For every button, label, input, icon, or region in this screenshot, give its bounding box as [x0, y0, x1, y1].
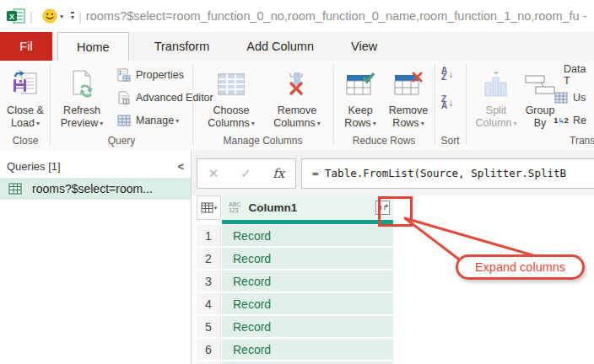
remove-columns-label-line2: Columns	[273, 117, 315, 129]
split-column-button[interactable]: Split Column▾	[472, 64, 520, 130]
sort-za-letters: ZA	[441, 96, 447, 110]
table-row-cell[interactable]: Record	[222, 248, 393, 269]
data-type-button[interactable]: Data T	[564, 66, 594, 84]
dropdown-caret: ▾	[36, 120, 40, 127]
keep-rows-label-line2: Rows	[344, 117, 370, 129]
column-header-column1[interactable]: ABC123 Column1 ↰↱	[222, 195, 393, 220]
query-name: rooms?$select=room...	[32, 182, 153, 195]
window-title: rooms?$select=room_function_0_no,room_fu…	[86, 9, 594, 23]
remove-columns-button[interactable]: Remove Columns▾	[265, 64, 329, 130]
keep-rows-label-line1: Keep	[348, 104, 372, 116]
group-label-sort: Sort	[435, 135, 466, 147]
group-separator	[333, 64, 334, 145]
sort-descending-button[interactable]: ZA ↓	[441, 96, 453, 110]
corner-dropdown-caret: ▾	[214, 205, 218, 211]
properties-button[interactable]: Properties	[116, 66, 184, 84]
advanced-editor-button[interactable]: Advanced Editor	[116, 88, 213, 107]
use-first-row-icon	[554, 92, 568, 104]
group-label-transform: Trans	[570, 135, 594, 147]
smiley-dropdown-caret[interactable]: ▾	[60, 13, 63, 20]
formula-input[interactable]: = Table.FromList(Source, Splitter.SplitB	[301, 158, 594, 189]
row-number[interactable]: 1	[197, 225, 221, 246]
choose-columns-button[interactable]: Choose Columns▾	[201, 64, 262, 130]
annotation-callout-text: Expand columns	[475, 260, 565, 274]
dropdown-caret: ▾	[514, 120, 517, 127]
sort-down-arrow-icon: ↓	[448, 71, 453, 78]
group-label-query: Query	[51, 135, 192, 147]
collapse-pane-chevron-icon[interactable]: <	[177, 160, 184, 173]
group-separator	[50, 64, 51, 145]
manage-label: Manage	[136, 115, 174, 126]
data-type-label: Data T	[564, 63, 594, 87]
choose-columns-label-line2: Columns	[208, 117, 249, 129]
row-number[interactable]: 3	[197, 270, 221, 292]
manage-button[interactable]: Manage ▾	[116, 111, 179, 130]
remove-rows-button[interactable]: Remove Rows▾	[385, 64, 432, 130]
group-label-reduce-rows: Reduce Rows	[333, 135, 435, 147]
excel-logo-icon: X	[7, 8, 25, 24]
remove-columns-icon	[284, 72, 310, 97]
split-column-label-line2: Column	[475, 117, 511, 129]
refresh-label-line1: Refresh	[63, 104, 100, 116]
sort-down-arrow-icon: ↓	[448, 99, 453, 106]
refresh-preview-button[interactable]: Refresh Preview▾	[54, 64, 110, 130]
tab-file[interactable]: Fil	[0, 32, 52, 61]
row-number[interactable]: 2	[197, 248, 221, 269]
group-by-icon	[524, 73, 556, 95]
replace-values-button[interactable]: 1↳2 Re	[554, 111, 586, 130]
queries-pane: Queries [1] < rooms?$select=room...	[0, 150, 192, 364]
remove-rows-icon	[393, 72, 424, 97]
use-first-row-label: Us	[573, 92, 586, 104]
feedback-smiley-icon[interactable]	[42, 8, 57, 24]
cancel-formula-icon[interactable]: ✕	[208, 166, 219, 181]
row-number[interactable]: 4	[197, 293, 221, 314]
manage-icon	[117, 115, 131, 126]
sort-az-letters: AZ	[441, 67, 447, 81]
query-table-icon	[8, 183, 22, 195]
fx-add-step-icon[interactable]: fx	[273, 166, 284, 181]
remove-rows-label-line1: Remove	[389, 104, 429, 116]
tab-add-column[interactable]: Add Column	[228, 32, 332, 61]
annotation-callout-bubble: Expand columns	[456, 254, 585, 280]
column-type-abc123-icon: ABC123	[229, 202, 240, 213]
split-column-icon	[482, 69, 510, 99]
table-row-cell[interactable]: Record	[222, 339, 393, 360]
dropdown-caret: ▾	[251, 120, 255, 127]
advanced-editor-icon	[117, 91, 131, 104]
refresh-preview-icon	[68, 69, 96, 99]
choose-columns-icon	[217, 72, 246, 96]
divider: |	[78, 9, 82, 24]
split-column-label-line1: Split	[486, 104, 506, 116]
divider: |	[30, 9, 33, 24]
close-and-load-button[interactable]: Close & Load▾	[2, 64, 49, 130]
group-by-label-line1: Group	[526, 104, 555, 116]
group-by-label-line2: By	[534, 117, 547, 129]
tab-home[interactable]: Home	[57, 32, 129, 62]
table-row-cell[interactable]: Record	[222, 225, 393, 246]
properties-icon	[117, 68, 131, 82]
row-number[interactable]: 6	[197, 339, 221, 360]
table-row-cell[interactable]: Record	[222, 316, 393, 337]
sort-ascending-button[interactable]: AZ ↓	[441, 67, 453, 81]
quick-access-toolbar-caret[interactable]: ▾	[71, 12, 74, 20]
table-row-cell[interactable]: Record	[222, 293, 393, 314]
queries-pane-title: Queries [1]	[7, 160, 61, 173]
properties-label: Properties	[136, 69, 184, 81]
title-bar: X | ▾ ▾ | rooms?$select=room_function_0_…	[0, 0, 594, 32]
dropdown-caret: ▾	[373, 120, 376, 127]
use-first-row-as-headers-button[interactable]: Us	[554, 88, 586, 107]
tab-transform[interactable]: Transform	[136, 32, 229, 61]
keep-rows-button[interactable]: Keep Rows▾	[338, 64, 382, 130]
commit-formula-icon[interactable]: ✓	[240, 166, 251, 181]
choose-columns-label-line1: Choose	[213, 104, 249, 116]
close-load-icon	[11, 70, 40, 99]
ribbon-tab-bar: Fil Home Transform Add Column View	[0, 32, 594, 61]
select-all-button[interactable]: ▾	[197, 195, 221, 220]
row-number[interactable]: 5	[197, 316, 221, 337]
table-corner-icon	[201, 202, 213, 213]
group-label-manage-columns: Manage Columns	[192, 135, 333, 147]
table-row-cell[interactable]: Record	[222, 270, 393, 292]
query-list-item[interactable]: rooms?$select=room...	[0, 178, 191, 200]
tab-view[interactable]: View	[332, 32, 396, 61]
group-label-close: Close	[0, 135, 51, 147]
